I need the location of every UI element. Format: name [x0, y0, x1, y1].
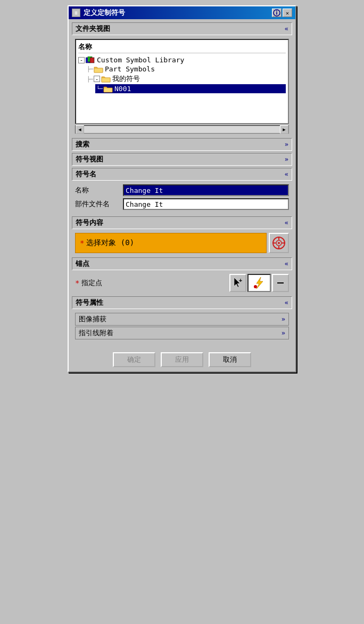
folder-icon-part — [94, 66, 103, 73]
window-content: 文件夹视图 « 名称 - — [69, 19, 295, 348]
folder-view-header: 文件夹视图 « — [72, 22, 292, 35]
titlebar: ≡ 定义定制符号 ✕ — [69, 6, 295, 19]
anchor-lightning-button[interactable] — [247, 274, 271, 292]
symbol-name-section: 符号名 « 名称 部件文件名 — [72, 168, 292, 214]
tree-label-part: Part Symbols — [105, 65, 155, 73]
main-window: ≡ 定义定制符号 ✕ 文件夹视图 « 名称 — [68, 5, 296, 372]
name-field-row: 名称 — [75, 184, 289, 196]
close-button[interactable]: ✕ — [283, 9, 292, 17]
ok-button[interactable]: 确定 — [113, 352, 155, 367]
folder-view-section: 文件夹视图 « 名称 - — [72, 22, 292, 136]
svg-point-1 — [276, 11, 277, 12]
anchor-label-text: 指定点 — [81, 278, 102, 288]
image-capture-label: 图像捕获 — [79, 314, 106, 324]
folder-icon-mysym — [101, 75, 111, 83]
name-label: 名称 — [75, 185, 123, 195]
select-object-label: 选择对象 (0) — [86, 238, 134, 248]
anchor-buttons: + — [229, 274, 289, 292]
tree-col-header: 名称 — [78, 42, 286, 53]
folder-view-title: 文件夹视图 — [76, 24, 110, 34]
symbol-props-body: 图像捕获 » 指引线附着 » — [72, 311, 292, 343]
search-collapse[interactable]: » — [285, 141, 288, 148]
anchor-collapse[interactable]: « — [285, 260, 288, 268]
window-title: 定义定制符号 — [84, 8, 125, 18]
symbol-name-header: 符号名 « — [72, 168, 292, 181]
folder-view-collapse[interactable]: « — [285, 25, 288, 33]
red-star-anchor: * — [75, 279, 79, 287]
tree-label-mysym: 我的符号 — [112, 74, 140, 84]
svg-point-12 — [278, 242, 280, 244]
anchor-title: 锚点 — [76, 259, 89, 269]
content-row: * 选择对象 (0) — [75, 233, 289, 253]
search-section: 搜索 » — [72, 138, 292, 151]
anchor-section: 锚点 « * 指定点 + — [72, 257, 292, 294]
anchor-label-area: * 指定点 — [75, 278, 227, 288]
symbol-content-section: 符号内容 « * 选择对象 (0) — [72, 216, 292, 255]
leader-attach-header: 指引线附着 » — [75, 327, 289, 339]
leader-attach-collapse[interactable]: » — [282, 329, 285, 337]
tree-label-root: Custom Symbol Library — [97, 56, 184, 64]
symbol-view-header: 符号视图 » — [72, 153, 292, 166]
symbol-props-header: 符号属性 « — [72, 296, 292, 309]
partfile-label: 部件文件名 — [75, 199, 123, 209]
tree-panel[interactable]: 名称 - Custom Symbol Library — [75, 39, 289, 124]
symbol-props-title: 符号属性 — [76, 298, 103, 307]
tree-dashes-part: ├─ — [87, 66, 93, 72]
tree-item-mysym[interactable]: ├─ - 我的符号 — [87, 74, 286, 84]
scroll-left-arrow[interactable]: ◀ — [76, 125, 84, 134]
tree-item-root[interactable]: - Custom Symbol Library — [78, 55, 286, 64]
partfile-input[interactable] — [123, 198, 289, 210]
name-input[interactable] — [123, 184, 289, 196]
symbol-content-title: 符号内容 — [76, 218, 103, 228]
tree-hscrollbar[interactable]: ◀ ▶ — [75, 125, 289, 134]
window-menu-icon[interactable]: ≡ — [72, 9, 80, 17]
symbol-name-body: 名称 部件文件名 — [72, 182, 292, 214]
titlebar-controls: ✕ — [272, 9, 292, 17]
symbol-content-header: 符号内容 « — [72, 216, 292, 229]
anchor-minus-button[interactable] — [272, 274, 289, 292]
anchor-body: * 指定点 + — [72, 272, 292, 294]
anchor-plus-button[interactable]: + — [229, 274, 246, 292]
folder-view-body: 名称 - Custom Symbol Library — [72, 37, 292, 136]
anchor-header: 锚点 « — [72, 257, 292, 270]
image-capture-collapse[interactable]: » — [282, 315, 285, 323]
image-capture-header: 图像捕获 » — [75, 313, 289, 326]
library-icon — [86, 56, 95, 64]
search-header: 搜索 » — [72, 138, 292, 151]
tree-item-part[interactable]: ├─ Part Symbols — [87, 64, 286, 74]
expand-root[interactable]: - — [78, 57, 85, 63]
leader-attach-label: 指引线附着 — [79, 328, 113, 338]
symbol-content-body: * 选择对象 (0) — [72, 231, 292, 255]
symbol-content-collapse[interactable]: « — [285, 219, 288, 226]
symbol-name-collapse[interactable]: « — [285, 171, 288, 178]
symbol-props-collapse[interactable]: « — [285, 299, 288, 306]
svg-text:+: + — [239, 277, 242, 283]
symbol-name-title: 符号名 — [76, 169, 96, 179]
svg-point-14 — [254, 285, 257, 288]
titlebar-left: ≡ 定义定制符号 — [72, 8, 125, 18]
symbol-view-title: 符号视图 — [76, 155, 103, 164]
search-title: 搜索 — [76, 140, 89, 149]
tree-item-n001[interactable]: └─ N001 — [95, 84, 286, 93]
symbol-view-collapse[interactable]: » — [285, 156, 288, 163]
bottom-bar: 确定 应用 取消 — [69, 348, 295, 371]
svg-rect-15 — [277, 282, 284, 283]
target-button[interactable] — [269, 233, 289, 253]
svg-rect-2 — [276, 12, 277, 15]
tree-dashes-n001: └─ — [96, 86, 103, 92]
expand-mysym[interactable]: - — [94, 76, 100, 82]
anchor-row: * 指定点 + — [75, 274, 289, 292]
apply-button[interactable]: 应用 — [161, 352, 203, 367]
scroll-track[interactable] — [84, 126, 280, 133]
help-button[interactable] — [272, 9, 282, 17]
folder-icon-n001 — [103, 85, 113, 93]
symbol-view-section: 符号视图 » — [72, 153, 292, 166]
partfile-field-row: 部件文件名 — [75, 198, 289, 210]
tree-label-n001: N001 — [114, 85, 131, 93]
cancel-button[interactable]: 取消 — [209, 352, 251, 367]
select-object-bar[interactable]: * 选择对象 (0) — [75, 233, 267, 253]
symbol-props-section: 符号属性 « 图像捕获 » 指引线附着 » — [72, 296, 292, 343]
svg-rect-5 — [90, 58, 94, 63]
red-star-content: * — [80, 239, 84, 247]
scroll-right-arrow[interactable]: ▶ — [280, 125, 288, 134]
